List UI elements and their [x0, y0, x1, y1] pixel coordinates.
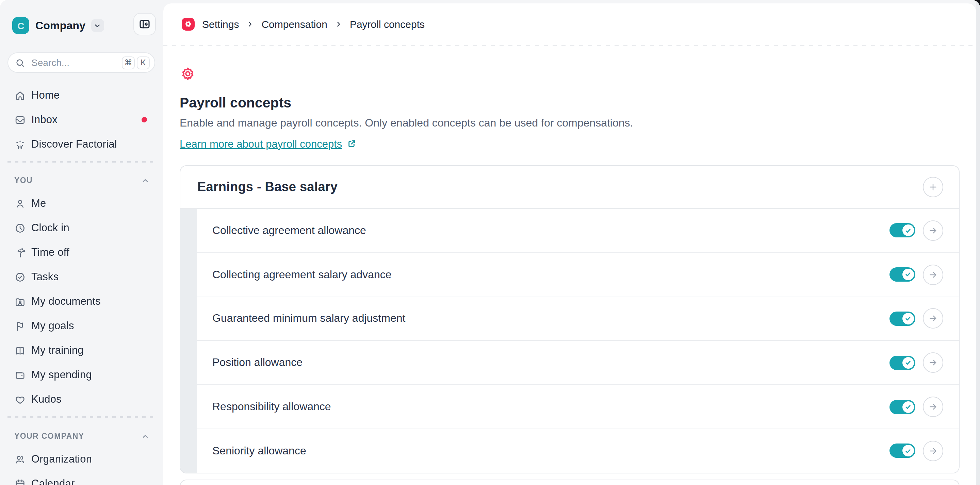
chevron-up-icon[interactable] — [141, 176, 150, 185]
sidebar: C Company ⌘ K — [0, 0, 163, 485]
company-switcher[interactable]: C Company — [12, 14, 104, 37]
screen: C Company ⌘ K — [0, 0, 980, 485]
company-nav: Organization Calendar — [0, 447, 163, 485]
enable-toggle[interactable] — [889, 267, 915, 281]
content-panel: Settings Compensation Payroll concepts — [163, 3, 976, 485]
toggle-check-icon — [902, 357, 914, 369]
chevron-up-icon[interactable] — [141, 432, 150, 440]
panel-collapse-icon — [138, 17, 151, 30]
breadcrumb-payroll-concepts: Payroll concepts — [350, 18, 425, 30]
sidebar-item[interactable]: Kudos — [0, 387, 163, 412]
palm-icon — [14, 246, 26, 258]
check-circle-icon — [14, 271, 26, 283]
notification-dot — [142, 117, 147, 122]
sidebar-item[interactable]: Me — [0, 191, 163, 216]
concept-row: Position allowance — [197, 341, 959, 385]
chevron-right-icon — [247, 21, 254, 28]
collapse-sidebar-button[interactable] — [134, 13, 156, 35]
sidebar-divider — [8, 161, 156, 162]
concept-label: Collective agreement allowance — [212, 224, 366, 237]
sidebar-divider — [8, 416, 156, 417]
sidebar-item[interactable]: My documents — [0, 289, 163, 313]
chevron-right-icon — [335, 21, 342, 28]
settings-gear-badge — [182, 17, 195, 30]
section-header-you[interactable]: YOU — [0, 173, 163, 187]
concept-label: Collecting agreement salary advance — [212, 268, 392, 281]
learn-more-link[interactable]: Learn more about payroll concepts — [180, 137, 356, 150]
company-avatar: C — [12, 17, 29, 34]
you-nav: Me Clock in Time off Tasks — [0, 191, 163, 412]
enable-toggle[interactable] — [889, 356, 915, 370]
open-concept-button[interactable] — [923, 308, 943, 329]
search-icon — [15, 57, 25, 68]
add-concept-button[interactable] — [923, 177, 943, 197]
wallet-icon — [14, 369, 26, 381]
sidebar-item[interactable]: Time off — [0, 240, 163, 265]
search-field[interactable] — [30, 56, 122, 69]
sidebar-item[interactable]: My spending — [0, 363, 163, 387]
concept-row: Guaranteed minimum salary adjustment — [197, 297, 959, 341]
k-key-badge: K — [137, 56, 150, 69]
sidebar-item[interactable]: Organization — [0, 447, 163, 471]
page-title: Payroll concepts — [180, 95, 959, 111]
card-body: Collective agreement allowance — [180, 208, 959, 473]
chevron-down-icon[interactable] — [91, 19, 104, 32]
open-concept-button[interactable] — [923, 441, 943, 461]
concept-row: Collecting agreement salary advance — [197, 253, 959, 297]
cmd-key-badge: ⌘ — [122, 56, 135, 69]
scrollbar-track[interactable] — [976, 0, 980, 485]
breadcrumb: Settings Compensation Payroll concepts — [182, 3, 425, 45]
page-description: Enable and manage payroll concepts. Only… — [180, 116, 959, 130]
flag-icon — [14, 320, 26, 332]
toggle-check-icon — [902, 269, 914, 280]
sidebar-item[interactable]: Tasks — [0, 265, 163, 289]
toggle-check-icon — [902, 401, 914, 413]
enable-toggle[interactable] — [889, 223, 915, 238]
concept-label: Seniority allowance — [212, 445, 306, 457]
sidebar-item[interactable]: Discover Factorial — [0, 132, 163, 156]
concept-row: Collective agreement allowance — [197, 209, 959, 253]
sidebar-item[interactable]: Inbox — [0, 108, 163, 132]
breadcrumb-compensation[interactable]: Compensation — [261, 18, 327, 30]
calendar-icon — [14, 478, 26, 485]
breadcrumb-settings[interactable]: Settings — [202, 18, 239, 30]
clock-icon — [14, 222, 26, 234]
external-link-icon — [346, 139, 356, 149]
app-window: C Company ⌘ K — [0, 0, 980, 485]
section-label: YOUR COMPANY — [14, 432, 84, 440]
concept-row: Responsibility allowance — [197, 385, 959, 429]
concept-label: Guaranteed minimum salary adjustment — [212, 313, 405, 325]
payroll-settings-gear-icon — [180, 66, 196, 82]
open-concept-button[interactable] — [923, 220, 943, 241]
payroll-concept-group-card: Earnings - Base salary Col — [180, 165, 959, 474]
section-label: YOU — [14, 176, 33, 184]
open-concept-button[interactable] — [923, 397, 943, 417]
sidebar-item[interactable]: My goals — [0, 313, 163, 338]
enable-toggle[interactable] — [889, 400, 915, 414]
sparkles-icon — [14, 138, 26, 150]
main-area: Settings Compensation Payroll concepts — [163, 0, 980, 485]
toggle-check-icon — [902, 313, 914, 324]
card-title: Earnings - Base salary — [197, 180, 337, 194]
enable-toggle[interactable] — [889, 444, 915, 458]
enable-toggle[interactable] — [889, 312, 915, 326]
section-header-your-company[interactable]: YOUR COMPANY — [0, 429, 163, 443]
sidebar-item[interactable]: Home — [0, 83, 163, 108]
concept-label: Position allowance — [212, 357, 302, 369]
search-input[interactable]: ⌘ K — [8, 52, 155, 73]
toggle-check-icon — [902, 225, 914, 236]
open-concept-button[interactable] — [923, 264, 943, 285]
people-icon — [14, 453, 26, 465]
concept-row: Seniority allowance — [197, 429, 959, 473]
sidebar-item[interactable]: Clock in — [0, 216, 163, 240]
home-icon — [14, 89, 26, 101]
sidebar-item[interactable]: Calendar — [0, 471, 163, 485]
toggle-check-icon — [902, 445, 914, 457]
concept-label: Responsibility allowance — [212, 401, 331, 413]
open-concept-button[interactable] — [923, 353, 943, 373]
sidebar-item[interactable]: My training — [0, 338, 163, 363]
book-icon — [14, 345, 26, 356]
card-left-gutter — [180, 209, 197, 473]
page-content: Payroll concepts Enable and manage payro… — [180, 46, 959, 485]
folder-user-icon — [14, 296, 26, 307]
